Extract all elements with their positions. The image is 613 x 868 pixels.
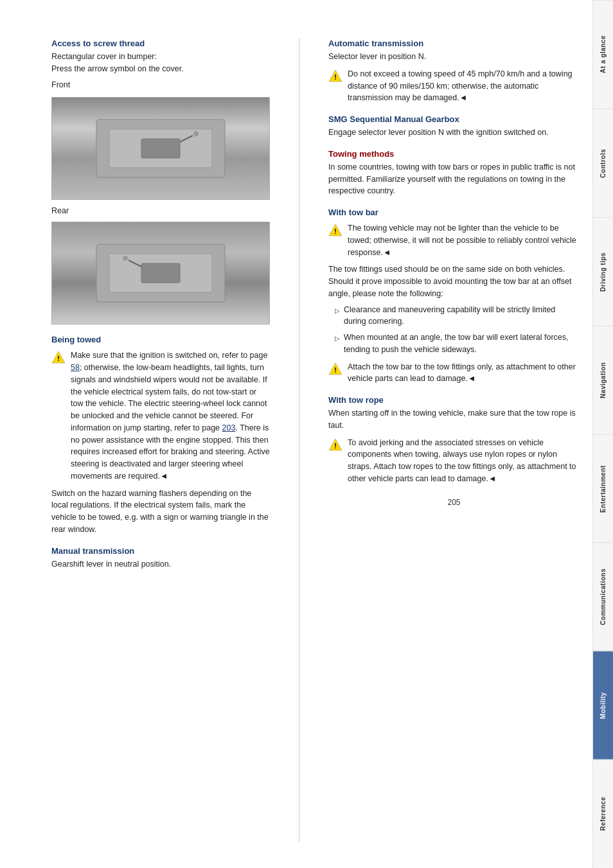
svg-rect-2 bbox=[141, 139, 180, 158]
being-towed-warning-text: Make sure that the ignition is switched … bbox=[71, 350, 270, 482]
auto-warning-text: Do not exceed a towing speed of 45 mph/7… bbox=[348, 68, 580, 104]
svg-point-4 bbox=[193, 131, 199, 136]
tow-bar-bullets: ▷ Clearance and maneuvering capability w… bbox=[335, 304, 580, 356]
svg-text:!: ! bbox=[334, 227, 337, 235]
sidebar-tab-entertainment[interactable]: Entertainment bbox=[593, 434, 613, 543]
tow-rope-intro: When starting off in the towing vehicle,… bbox=[328, 407, 580, 432]
front-bumper-image bbox=[51, 97, 270, 200]
sidebar-tab-navigation[interactable]: Navigation bbox=[593, 326, 613, 434]
sidebar-tab-reference[interactable]: Reference bbox=[593, 759, 613, 868]
sidebar: At a glance Controls Driving tips Naviga… bbox=[592, 0, 613, 868]
towing-methods-text: In some countries, towing with tow bars … bbox=[328, 161, 580, 197]
tow-bar-intro: The tow fittings used should be on the s… bbox=[328, 263, 580, 299]
tow-rope-heading: With tow rope bbox=[328, 395, 580, 405]
sidebar-tab-communications[interactable]: Communications bbox=[593, 542, 613, 651]
tow-bar-warning1-text: The towing vehicle may not be lighter th… bbox=[348, 222, 580, 258]
warning-icon-towed: ! bbox=[51, 350, 66, 364]
sidebar-tab-controls[interactable]: Controls bbox=[593, 109, 613, 217]
rear-bumper-image bbox=[51, 222, 270, 324]
tow-bar-warning2: ! Attach the tow bar to the tow fittings… bbox=[328, 361, 580, 385]
access-text-front: Front bbox=[51, 79, 270, 91]
being-towed-warning: ! Make sure that the ignition is switche… bbox=[51, 350, 270, 482]
tow-rope-warning: ! To avoid jerking and the associated st… bbox=[328, 437, 580, 485]
access-heading: Access to screw thread bbox=[51, 39, 270, 48]
bullet-arrow-1: ▷ bbox=[335, 306, 340, 315]
svg-text:!: ! bbox=[334, 73, 337, 81]
tow-rope-warning-text: To avoid jerking and the associated stre… bbox=[348, 437, 580, 485]
selector-text: Selector lever in position N. bbox=[328, 51, 580, 63]
sidebar-tab-driving-tips[interactable]: Driving tips bbox=[593, 217, 613, 326]
warning-icon-towbar: ! bbox=[328, 223, 342, 237]
smg-heading: SMG Sequential Manual Gearbox bbox=[328, 114, 580, 124]
manual-transmission-heading: Manual transmission bbox=[51, 546, 270, 556]
rear-label: Rear bbox=[51, 206, 270, 215]
tow-bar-warning2-text: Attach the tow bar to the tow fittings o… bbox=[348, 361, 580, 385]
sidebar-tab-mobility[interactable]: Mobility bbox=[593, 651, 613, 759]
manual-transmission-text: Gearshift lever in neutral position. bbox=[51, 558, 270, 571]
warning-icon-auto: ! bbox=[328, 69, 342, 83]
bullet-text-1: Clearance and maneuvering capability wil… bbox=[344, 304, 580, 328]
auto-transmission-warning: ! Do not exceed a towing speed of 45 mph… bbox=[328, 68, 580, 104]
being-towed-heading: Being towed bbox=[51, 335, 270, 344]
svg-text:!: ! bbox=[334, 366, 337, 374]
tow-bar-heading: With tow bar bbox=[328, 208, 580, 217]
towing-methods-heading: Towing methods bbox=[328, 149, 580, 159]
bullet-arrow-2: ▷ bbox=[335, 333, 340, 343]
bullet-text-2: When mounted at an angle, the tow bar wi… bbox=[344, 332, 580, 356]
bullet-item-1: ▷ Clearance and maneuvering capability w… bbox=[335, 304, 580, 328]
tow-bar-warning1: ! The towing vehicle may not be lighter … bbox=[328, 222, 580, 258]
left-column: Access to screw thread Rectangular cover… bbox=[51, 39, 270, 842]
access-text-1: Rectangular cover in bumper:Press the ar… bbox=[51, 51, 270, 75]
warning-icon-towrope: ! bbox=[328, 438, 342, 452]
warning-icon-towbar2: ! bbox=[328, 362, 342, 376]
svg-rect-7 bbox=[141, 263, 180, 283]
column-divider bbox=[299, 39, 299, 842]
svg-point-9 bbox=[123, 256, 128, 261]
right-column: Automatic transmission Selector lever in… bbox=[328, 39, 580, 842]
svg-text:!: ! bbox=[334, 442, 337, 450]
smg-text: Engage selector lever position N with th… bbox=[328, 127, 580, 139]
svg-text:!: ! bbox=[57, 355, 60, 362]
being-towed-additional: Switch on the hazard warning flashers de… bbox=[51, 488, 270, 536]
sidebar-tab-at-a-glance[interactable]: At a glance bbox=[593, 0, 613, 109]
page-number: 205 bbox=[328, 498, 580, 513]
auto-transmission-heading: Automatic transmission bbox=[328, 39, 580, 48]
bullet-item-2: ▷ When mounted at an angle, the tow bar … bbox=[335, 332, 580, 356]
